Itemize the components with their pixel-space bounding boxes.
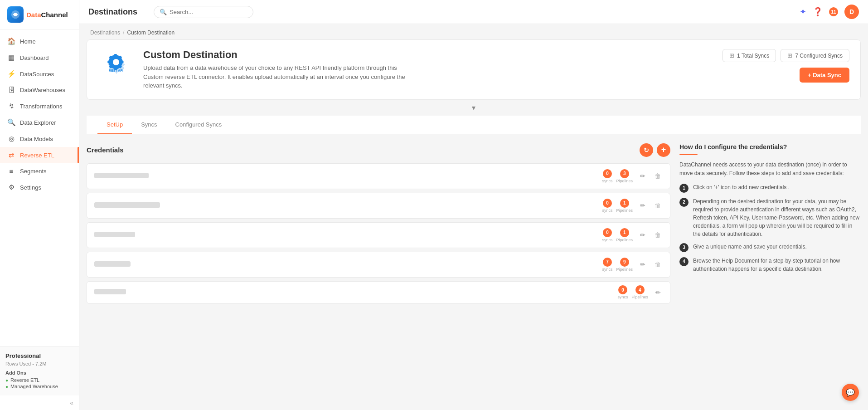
datawarehouses-icon: 🗄 <box>7 86 15 94</box>
syncs-label: syncs <box>602 238 612 242</box>
step-text-2: Depending on the desired destination for… <box>693 197 861 238</box>
search-input[interactable] <box>170 9 247 15</box>
sidebar-item-settings[interactable]: ⚙ Settings <box>0 179 79 195</box>
chat-bubble-button[interactable]: 💬 <box>842 384 859 401</box>
credential-name <box>94 202 596 209</box>
page-title: Destinations <box>88 7 137 17</box>
addon-dot: ● <box>5 378 8 383</box>
edit-credential-button[interactable]: ✏ <box>638 229 647 240</box>
rows-used: Rows Used - 7.2M <box>5 361 73 366</box>
logo-icon <box>7 6 24 23</box>
sidebar-footer: Professional Rows Used - 7.2M Add Ons ● … <box>0 347 79 395</box>
chat-icon: 💬 <box>846 388 855 397</box>
search-bar[interactable]: 🔍 <box>154 6 253 18</box>
expand-button[interactable]: ▾ <box>472 103 475 112</box>
delete-credential-button[interactable]: 🗑 <box>653 200 663 211</box>
sidebar-item-data-models[interactable]: ◎ Data Models <box>0 131 79 147</box>
notifications-button[interactable]: 11 <box>829 7 838 16</box>
breadcrumb-parent[interactable]: Destinations <box>90 29 120 36</box>
svg-text:REST API: REST API <box>109 69 123 72</box>
credential-name-blur <box>94 173 149 178</box>
syncs-count: 0 <box>603 169 612 178</box>
help-steps: 1 Click on '+' icon to add new credentia… <box>679 183 861 273</box>
edit-credential-button[interactable]: ✏ <box>638 171 647 181</box>
sidebar-item-datawarehouses[interactable]: 🗄 DataWarehouses <box>0 82 79 98</box>
sidebar-item-label: Settings <box>20 184 41 191</box>
destination-actions: ⊞ 1 Total Syncs ⊞ 7 Configured Syncs + D… <box>723 49 849 83</box>
total-syncs-badge: ⊞ 1 Total Syncs <box>723 49 776 62</box>
help-title: How do I configure the credentials? <box>679 143 861 151</box>
pipelines-label: Pipelines <box>616 179 633 183</box>
sidebar-item-segments[interactable]: ≡ Segments <box>0 163 79 179</box>
pipelines-badge: 9 Pipelines <box>616 258 633 272</box>
edit-credential-button[interactable]: ✏ <box>654 287 663 298</box>
sidebar-item-data-explorer[interactable]: 🔍 Data Explorer <box>0 114 79 131</box>
sidebar-item-label: Reverse ETL <box>20 152 54 159</box>
sidebar-item-datasources[interactable]: ⚡ DataSources <box>0 66 79 82</box>
credential-item: 0 syncs 4 Pipelines ✏ <box>87 281 670 304</box>
search-icon: 🔍 <box>160 9 167 15</box>
credential-item: 0 syncs 3 Pipelines ✏ 🗑 <box>87 163 670 189</box>
credential-item: 0 syncs 1 Pipelines ✏ 🗑 <box>87 222 670 248</box>
credential-item: 0 syncs 1 Pipelines ✏ 🗑 <box>87 193 670 219</box>
destination-info: Custom Destination Upload data from a da… <box>143 49 713 90</box>
tab-syncs[interactable]: Syncs <box>132 116 166 134</box>
edit-credential-button[interactable]: ✏ <box>638 259 647 270</box>
pipelines-label: Pipelines <box>616 238 633 242</box>
credentials-left: Credentials ↻ + 0 <box>87 143 670 304</box>
step-number-2: 2 <box>679 198 689 207</box>
plan-name: Professional <box>5 352 73 359</box>
header: Destinations 🔍 ✦ ❓ 11 D <box>79 0 868 24</box>
credentials-list: 0 syncs 3 Pipelines ✏ 🗑 <box>87 163 670 304</box>
step-text-1: Click on '+' icon to add new credentials… <box>693 183 790 191</box>
refresh-credentials-button[interactable]: ↻ <box>640 143 653 157</box>
tab-setup[interactable]: SetUp <box>97 116 132 134</box>
pipelines-label: Pipelines <box>616 208 633 213</box>
sidebar-item-reverse-etl[interactable]: ⇄ Reverse ETL <box>0 147 79 163</box>
syncs-badge: 0 syncs <box>617 285 628 299</box>
destination-description: Upload data from a data warehouse of you… <box>143 63 415 90</box>
segments-icon: ≡ <box>7 167 15 175</box>
tab-configured-syncs[interactable]: Configured Syncs <box>166 116 231 134</box>
configured-syncs-badge: ⊞ 7 Configured Syncs <box>781 49 849 62</box>
sidebar-item-home[interactable]: 🏠 Home <box>0 33 79 49</box>
rest-api-logo: REST API <box>102 51 130 83</box>
addon-managed-warehouse: ● Managed Warehouse <box>5 384 73 389</box>
configured-syncs-label: 7 Configured Syncs <box>795 53 843 59</box>
credential-name-blur <box>94 289 126 294</box>
sidebar-item-transformations[interactable]: ↯ Transformations <box>0 98 79 114</box>
credential-name <box>94 261 596 268</box>
syncs-label: syncs <box>617 295 628 299</box>
step-text-3: Give a unique name and save your credent… <box>693 243 807 251</box>
delete-credential-button[interactable]: 🗑 <box>653 259 663 270</box>
pipelines-badge: 3 Pipelines <box>616 169 633 183</box>
pipelines-badge: 1 Pipelines <box>616 199 633 213</box>
add-credentials-button[interactable]: + <box>657 143 670 157</box>
sidebar-item-dashboard[interactable]: ▦ Dashboard <box>0 49 79 66</box>
credential-badges: 0 syncs 3 Pipelines <box>602 169 633 183</box>
collapse-button[interactable]: « <box>0 395 79 410</box>
sidebar-item-label: Segments <box>20 168 47 175</box>
help-icon[interactable]: ❓ <box>813 7 823 17</box>
user-avatar[interactable]: D <box>844 5 859 19</box>
sparkle-icon[interactable]: ✦ <box>800 7 806 17</box>
delete-credential-button[interactable]: 🗑 <box>653 171 663 181</box>
grid-icon: ⊞ <box>729 52 734 59</box>
collapse-icon: « <box>70 399 73 406</box>
main-area: Destinations 🔍 ✦ ❓ 11 D Destinations / C… <box>79 0 868 410</box>
data-models-icon: ◎ <box>7 135 15 143</box>
edit-credential-button[interactable]: ✏ <box>638 200 647 211</box>
data-explorer-icon: 🔍 <box>7 118 15 127</box>
step-number-1: 1 <box>679 184 689 193</box>
delete-credential-button[interactable]: 🗑 <box>653 229 663 240</box>
syncs-count: 7 <box>603 258 612 267</box>
help-description: DataChannel needs access to your data de… <box>679 161 861 178</box>
notification-badge: 11 <box>829 7 838 16</box>
logo[interactable]: DataChannel <box>0 0 79 29</box>
pipelines-badge: 1 Pipelines <box>616 228 633 242</box>
sync-stats: ⊞ 1 Total Syncs ⊞ 7 Configured Syncs <box>723 49 849 62</box>
syncs-label: syncs <box>602 267 612 272</box>
destination-logo: REST API <box>98 49 134 85</box>
sidebar-item-label: DataSources <box>20 71 54 78</box>
add-data-sync-button[interactable]: + Data Sync <box>800 68 849 83</box>
